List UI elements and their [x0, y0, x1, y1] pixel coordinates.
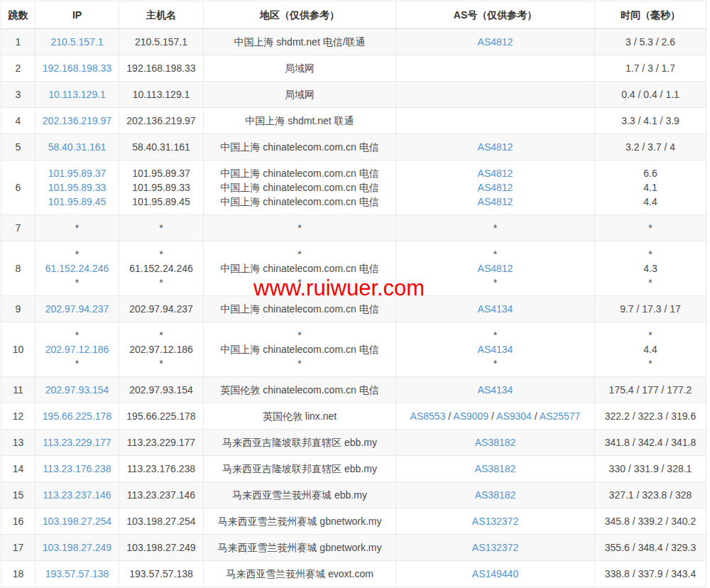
hop-cell-line: 18 [4, 567, 32, 581]
region-cell: 马来西亚雪兰莪州赛城 gbnetwork.my [204, 508, 396, 535]
asn-link[interactable]: AS38182 [475, 463, 516, 474]
host-cell-line: 192.168.198.33 [122, 61, 200, 75]
host-cell-line: 61.152.24.246 [122, 261, 200, 276]
asn-separator: / [445, 410, 453, 422]
ip-link[interactable]: 193.57.57.138 [45, 568, 109, 579]
ip-link[interactable]: 103.198.27.249 [43, 542, 111, 553]
ip-link[interactable]: 113.23.176.238 [43, 463, 111, 474]
region-cell-line: 英国伦敦 chinatelecom.com.cn 电信 [207, 383, 393, 397]
time-cell-line: 0.4 / 0.4 / 1.1 [598, 87, 703, 102]
ip-link[interactable]: 101.95.89.45 [48, 196, 106, 207]
table-header-row: 跳数 IP 主机名 地区（仅供参考） AS号（仅供参考） 时间（毫秒） [1, 1, 706, 29]
ip-cell: *61.152.24.246* [36, 241, 119, 296]
ip-link[interactable]: 202.97.12.186 [45, 344, 109, 355]
asn-link[interactable]: AS149440 [472, 568, 518, 579]
asn-link[interactable]: AS38182 [475, 437, 516, 448]
ip-cell: 103.198.27.249 [36, 535, 119, 561]
ip-link[interactable]: 210.5.157.1 [51, 36, 104, 48]
asn-link[interactable]: AS25577 [540, 410, 581, 422]
hop-cell: 9 [1, 296, 36, 322]
hop-cell-line: 8 [4, 261, 32, 276]
ip-cell: 103.198.27.254 [36, 508, 119, 535]
host-cell: 101.95.89.37101.95.89.33101.95.89.45 [119, 160, 204, 215]
asn-link[interactable]: AS132372 [472, 542, 518, 553]
ip-link[interactable]: 202.97.94.237 [45, 303, 109, 315]
asn-link[interactable]: AS4812 [478, 36, 513, 48]
asn-cell: AS8553 / AS9009 / AS9304 / AS25577 [396, 403, 595, 430]
asn-cell: AS132372 [396, 535, 595, 561]
table-row: 7***** [1, 215, 706, 241]
time-cell-line: 3.3 / 4.1 / 3.9 [598, 114, 703, 128]
asn-link[interactable]: AS38182 [475, 489, 516, 501]
asn-link[interactable]: AS4812 [478, 182, 513, 193]
asn-separator: / [532, 410, 540, 422]
ip-link[interactable]: 202.97.93.154 [45, 384, 109, 396]
time-cell-line: 341.8 / 342.4 / 341.8 [598, 435, 703, 450]
time-cell-line: 338.8 / 337.9 / 343.4 [598, 567, 703, 581]
asn-link[interactable]: AS4134 [478, 384, 513, 396]
region-cell-line: 中国上海 shdmt.net 联通 [207, 114, 393, 128]
table-row: 14113.23.176.238113.23.176.238马来西亚吉隆坡联邦直… [1, 456, 706, 482]
time-cell-line: 4.3 [598, 261, 703, 276]
ip-link[interactable]: 101.95.89.33 [48, 182, 106, 193]
time-cell: 3.2 / 3.7 / 4 [595, 134, 706, 160]
host-cell: 103.198.27.254 [119, 508, 204, 535]
asn-link[interactable]: AS4812 [478, 263, 513, 274]
asn-cell: AS38182 [396, 482, 595, 508]
asn-link[interactable]: AS4812 [478, 196, 513, 207]
ip-cell: 193.57.57.138 [36, 561, 119, 587]
host-cell: * [119, 215, 204, 241]
time-cell-line: 4.1 [598, 180, 703, 195]
asterisk-text: * [493, 277, 497, 288]
ip-link[interactable]: 192.168.198.33 [43, 62, 111, 74]
hop-cell: 3 [1, 82, 36, 108]
asn-link[interactable]: AS4134 [478, 303, 513, 315]
asn-link[interactable]: AS9304 [496, 410, 532, 422]
ip-link[interactable]: 103.198.27.254 [43, 516, 111, 527]
ip-link[interactable]: 101.95.89.37 [48, 168, 106, 179]
asn-link[interactable]: AS8553 [410, 410, 446, 422]
host-cell-line: 103.198.27.254 [122, 514, 200, 528]
host-cell: 10.113.129.1 [119, 82, 204, 108]
ip-link[interactable]: 61.152.24.246 [45, 263, 109, 274]
hop-cell-line: 9 [4, 302, 32, 316]
time-cell: *4.4* [595, 322, 706, 377]
ip-link[interactable]: 10.113.129.1 [48, 89, 106, 100]
ip-link[interactable]: 195.66.225.178 [43, 410, 111, 422]
region-cell-line: * [207, 221, 393, 235]
time-cell-line: 355.6 / 348.4 / 329.3 [598, 540, 703, 555]
asn-link[interactable]: AS9009 [453, 410, 488, 422]
ip-link[interactable]: 58.40.31.161 [48, 141, 106, 153]
col-header-region: 地区（仅供参考） [204, 1, 396, 29]
hop-cell-line: 16 [4, 514, 32, 528]
asn-cell: *AS4134* [396, 322, 595, 377]
time-cell-line: * [598, 328, 703, 342]
asn-cell [396, 55, 595, 82]
hop-cell-line: 7 [4, 221, 32, 235]
ip-link[interactable]: 202.136.219.97 [43, 115, 111, 126]
asn-link[interactable]: AS4812 [478, 168, 513, 179]
host-cell: 202.97.93.154 [119, 377, 204, 403]
host-cell: *202.97.12.186* [119, 322, 204, 377]
asn-cell: AS132372 [396, 508, 595, 535]
time-cell-line: * [598, 276, 703, 290]
time-cell-line: 4.4 [598, 342, 703, 356]
time-cell: 175.4 / 177 / 177.2 [595, 377, 706, 403]
host-cell-line: 202.97.94.237 [122, 302, 200, 316]
ip-cell: 113.23.237.146 [36, 482, 119, 508]
ip-cell: 202.97.94.237 [36, 296, 119, 322]
ip-link[interactable]: 113.23.237.146 [43, 489, 111, 501]
host-cell-line: 113.23.176.238 [122, 462, 200, 476]
host-cell-line: 10.113.129.1 [122, 87, 200, 102]
host-cell: 193.57.57.138 [119, 561, 204, 587]
asn-link[interactable]: AS4134 [478, 344, 513, 355]
asn-link[interactable]: AS132372 [472, 516, 518, 527]
ip-cell: 113.23.229.177 [36, 430, 119, 456]
hop-cell: 14 [1, 456, 36, 482]
table-row: 13113.23.229.177113.23.229.177马来西亚吉隆坡联邦直… [1, 430, 706, 456]
region-cell-line: 中国上海 shdmt.net 电信/联通 [207, 35, 393, 49]
hop-cell-line: 2 [4, 61, 32, 75]
ip-link[interactable]: 113.23.229.177 [43, 437, 111, 448]
traceroute-page: 跳数 IP 主机名 地区（仅供参考） AS号（仅供参考） 时间（毫秒） 1210… [0, 1, 710, 588]
asn-link[interactable]: AS4812 [478, 141, 513, 153]
